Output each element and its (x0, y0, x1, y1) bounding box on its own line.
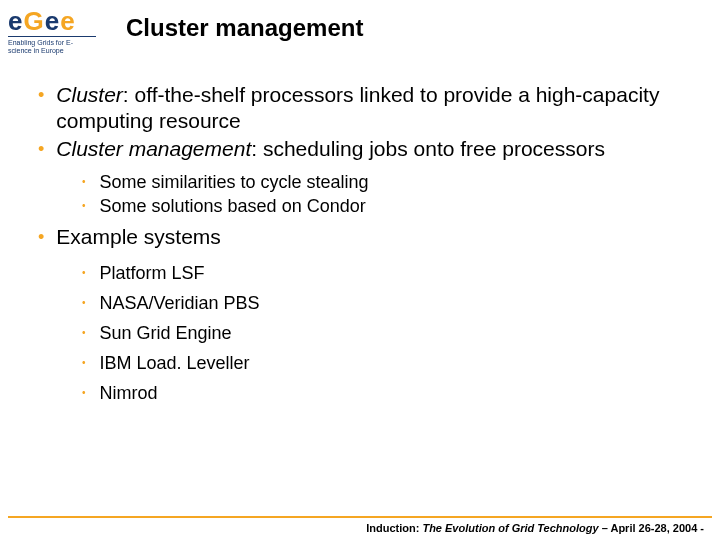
bullet-level2: • IBM Load. Leveller (82, 348, 690, 378)
logo-letter: e (45, 6, 60, 36)
bullet-level2: • Some similarities to cycle stealing (82, 170, 690, 194)
bullet-icon: • (38, 224, 44, 250)
bullet-level1: • Cluster management: scheduling jobs on… (38, 136, 690, 162)
footer-divider (8, 516, 712, 518)
bullet-text: Example systems (56, 224, 221, 250)
bullet-icon: • (38, 136, 44, 162)
bullet-icon: • (82, 194, 86, 218)
footer-text: Induction: The Evolution of Grid Technol… (0, 522, 720, 534)
bullet-icon: • (82, 288, 86, 318)
bullet-text: Nimrod (100, 378, 158, 408)
egee-logo: eGee Enabling Grids for E-science in Eur… (8, 8, 108, 54)
slide-content: • Cluster: off-the-shelf processors link… (0, 54, 720, 408)
logo-subtitle: Enabling Grids for E-science in Europe (8, 36, 96, 54)
footer: Induction: The Evolution of Grid Technol… (0, 516, 720, 534)
footer-title: The Evolution of Grid Technology (422, 522, 598, 534)
bullet-level1: • Example systems (38, 224, 690, 250)
bullet-icon: • (82, 318, 86, 348)
rest: : scheduling jobs onto free processors (251, 137, 605, 160)
term: Cluster management (56, 137, 251, 160)
footer-lead: Induction: (366, 522, 422, 534)
rest: : off-the-shelf processors linked to pro… (56, 83, 659, 132)
logo-letter: G (23, 6, 44, 36)
bullet-text: Platform LSF (100, 258, 205, 288)
bullet-text: NASA/Veridian PBS (100, 288, 260, 318)
logo-letter: e (8, 6, 23, 36)
bullet-level1: • Cluster: off-the-shelf processors link… (38, 82, 690, 134)
bullet-level2: • Some solutions based on Condor (82, 194, 690, 218)
bullet-icon: • (38, 82, 44, 134)
bullet-level2: • Nimrod (82, 378, 690, 408)
bullet-level2: • Sun Grid Engine (82, 318, 690, 348)
bullet-text: Sun Grid Engine (100, 318, 232, 348)
logo-letter: e (60, 6, 75, 36)
bullet-icon: • (82, 348, 86, 378)
bullet-text: Cluster: off-the-shelf processors linked… (56, 82, 690, 134)
header: eGee Enabling Grids for E-science in Eur… (0, 0, 720, 54)
term: Cluster (56, 83, 123, 106)
bullet-icon: • (82, 258, 86, 288)
bullet-level2: • NASA/Veridian PBS (82, 288, 690, 318)
bullet-text: Cluster management: scheduling jobs onto… (56, 136, 605, 162)
bullet-icon: • (82, 170, 86, 194)
bullet-text: Some solutions based on Condor (100, 194, 366, 218)
bullet-text: IBM Load. Leveller (100, 348, 250, 378)
bullet-level2: • Platform LSF (82, 258, 690, 288)
bullet-text: Some similarities to cycle stealing (100, 170, 369, 194)
slide-title: Cluster management (126, 14, 363, 42)
footer-date: – April 26-28, 2004 - (599, 522, 704, 534)
logo-acronym: eGee (8, 8, 108, 34)
bullet-icon: • (82, 378, 86, 408)
